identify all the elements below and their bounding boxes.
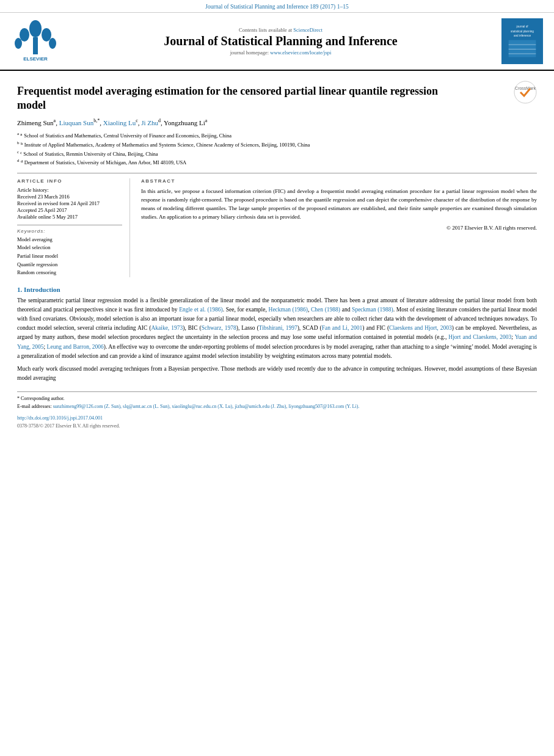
ref-akaike[interactable]: Akaike, 1973 bbox=[151, 325, 183, 331]
article-history: Article history: Received 23 March 2016 … bbox=[17, 187, 122, 220]
ref-fan[interactable]: Fan and Li, 2001 bbox=[322, 325, 363, 331]
keywords-list: Model averaging Model selection Partial … bbox=[17, 236, 122, 277]
svg-rect-6 bbox=[33, 37, 38, 54]
affiliation-b: b ᵇ Institute of Applied Mathematics, Ac… bbox=[17, 140, 537, 149]
corresponding-note: * Corresponding author. bbox=[17, 395, 537, 403]
journal-header: ELSEVIER Contents lists available at Sci… bbox=[0, 13, 554, 71]
article-info-title: ARTICLE INFO bbox=[17, 178, 122, 184]
keyword-2: Model selection bbox=[17, 244, 122, 252]
ref-hjort[interactable]: Hjort and Claeskens, 2003 bbox=[448, 334, 511, 340]
main-content: Frequentist model averaging estimation f… bbox=[0, 71, 554, 437]
abstract-col: ABSTRACT In this article, we propose a f… bbox=[141, 178, 537, 277]
affiliation-d: d ᵈ Department of Statistics, University… bbox=[17, 158, 537, 167]
affiliation-a: a ᵃ School of Statistics and Mathematics… bbox=[17, 131, 537, 140]
paper-title: Frequentist model averaging estimation f… bbox=[17, 84, 457, 113]
keyword-4: Quantile regression bbox=[17, 261, 122, 269]
svg-point-3 bbox=[42, 28, 51, 42]
svg-point-16 bbox=[514, 81, 536, 103]
affiliation-c: c ᶜ School of Statistics, Renmin Univers… bbox=[17, 149, 537, 158]
section-1-para-2: Much early work discussed model averagin… bbox=[17, 365, 537, 383]
keyword-1: Model averaging bbox=[17, 236, 122, 244]
received-date: Received 23 March 2016 bbox=[17, 194, 122, 200]
ref-speckman[interactable]: Speckman (1988) bbox=[352, 307, 393, 313]
section-1-para-1: The semiparametric partial linear regres… bbox=[17, 296, 537, 361]
elsevier-logo: ELSEVIER bbox=[11, 18, 60, 65]
ref-leung[interactable]: Leung and Barron, 2006 bbox=[47, 344, 104, 350]
authors-line: Zhimeng Suna, Liuquan Sunb,*, Xiaoling L… bbox=[17, 118, 537, 126]
crossmark-badge[interactable]: CrossMark bbox=[514, 81, 537, 104]
ref-heckman[interactable]: Heckman (1986) bbox=[269, 307, 308, 313]
copyright-line: © 2017 Elsevier B.V. All rights reserved… bbox=[141, 225, 537, 231]
received-revised-date: Received in revised form 24 April 2017 bbox=[17, 200, 122, 206]
author-ji[interactable]: Ji Zhu bbox=[141, 118, 158, 126]
paper-title-row: Frequentist model averaging estimation f… bbox=[17, 77, 537, 118]
svg-point-1 bbox=[29, 20, 42, 37]
article-info: ARTICLE INFO Article history: Received 2… bbox=[17, 178, 130, 277]
doi-link[interactable]: http://dx.doi.org/10.1016/j.jspi.2017.04… bbox=[17, 415, 103, 421]
accepted-date: Accepted 25 April 2017 bbox=[17, 207, 122, 213]
author-xiaoling[interactable]: Xiaoling Lu bbox=[103, 118, 136, 126]
svg-text:and inference: and inference bbox=[514, 34, 531, 37]
journal-homepage: journal homepage: www.elsevier.com/locat… bbox=[66, 49, 495, 56]
keyword-5: Random censoring bbox=[17, 269, 122, 277]
doi-line: http://dx.doi.org/10.1016/j.jspi.2017.04… bbox=[17, 415, 537, 423]
svg-text:CrossMark: CrossMark bbox=[515, 86, 536, 90]
keywords-title: Keywords: bbox=[17, 228, 122, 234]
affiliations: a ᵃ School of Statistics and Mathematics… bbox=[17, 131, 537, 166]
journal-citation: Journal of Statistical Planning and Infe… bbox=[205, 4, 348, 10]
abstract-text: In this article, we propose a focused in… bbox=[141, 187, 537, 222]
history-label: Article history: bbox=[17, 187, 122, 193]
svg-text:journal of: journal of bbox=[516, 25, 528, 28]
svg-text:ELSEVIER: ELSEVIER bbox=[23, 56, 48, 62]
email-addresses[interactable]: sunzhimeng99@126.com (Z. Sun), slq@amt.a… bbox=[53, 404, 360, 409]
homepage-link[interactable]: www.elsevier.com/locate/jspi bbox=[270, 49, 331, 56]
journal-title-block: Contents lists available at ScienceDirec… bbox=[66, 27, 495, 56]
svg-text:statistical planning: statistical planning bbox=[511, 30, 534, 33]
ref-claeskens[interactable]: Claeskens and Hjort, 2003 bbox=[389, 325, 452, 331]
section-1: 1. Introduction The semiparametric parti… bbox=[17, 286, 537, 383]
journal-main-title: Journal of Statistical Planning and Infe… bbox=[66, 34, 495, 48]
footnote-section: * Corresponding author. E-mail addresses… bbox=[17, 391, 537, 430]
section-1-title: 1. Introduction bbox=[17, 286, 537, 293]
svg-point-4 bbox=[15, 38, 22, 49]
keyword-3: Partial linear model bbox=[17, 252, 122, 261]
ref-engle[interactable]: Engle et al. (1986) bbox=[179, 307, 223, 313]
journal-cover-thumbnail: journal of statistical planning and infe… bbox=[501, 18, 543, 64]
ref-tibshirani[interactable]: Tibshirani, 1997 bbox=[259, 325, 297, 331]
available-date: Available online 5 May 2017 bbox=[17, 214, 122, 220]
contents-line: Contents lists available at ScienceDirec… bbox=[66, 27, 495, 33]
divider bbox=[17, 225, 122, 225]
ref-chen[interactable]: Chen (1988) bbox=[311, 307, 340, 313]
two-col-section: ARTICLE INFO Article history: Received 2… bbox=[17, 173, 537, 277]
svg-rect-12 bbox=[509, 40, 536, 57]
sciencedirect-link[interactable]: ScienceDirect bbox=[293, 27, 323, 33]
abstract-title: ABSTRACT bbox=[141, 178, 537, 184]
svg-point-5 bbox=[49, 38, 56, 49]
issn-line: 0378-3758/© 2017 Elsevier B.V. All right… bbox=[17, 423, 537, 431]
ref-schwarz[interactable]: Schwarz, 1978 bbox=[202, 325, 236, 331]
email-label: E-mail addresses: bbox=[17, 404, 52, 409]
author-liuquan[interactable]: Liuquan Sun bbox=[59, 118, 94, 126]
svg-point-2 bbox=[20, 28, 29, 42]
top-bar: Journal of Statistical Planning and Infe… bbox=[0, 0, 554, 13]
email-line: E-mail addresses: sunzhimeng99@126.com (… bbox=[17, 403, 537, 411]
